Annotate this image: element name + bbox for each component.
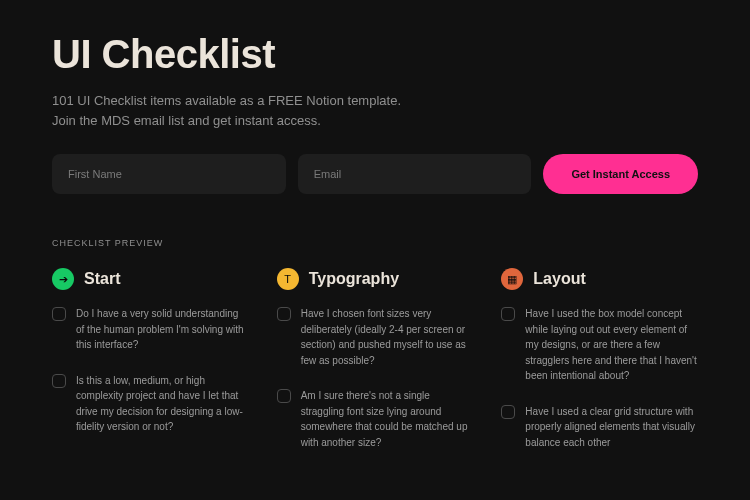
column-title: Start — [84, 270, 120, 288]
arrow-icon: ➔ — [52, 268, 74, 290]
layout-icon: ▦ — [501, 268, 523, 290]
list-item: Is this a low, medium, or high complexit… — [52, 373, 249, 435]
column-title: Typography — [309, 270, 399, 288]
checkbox[interactable] — [277, 389, 291, 403]
column-start: ➔ Start Do I have a very solid understan… — [52, 268, 249, 470]
list-item: Am I sure there's not a single stragglin… — [277, 388, 474, 450]
list-item: Do I have a very solid understanding of … — [52, 306, 249, 353]
list-item: Have I used a clear grid structure with … — [501, 404, 698, 451]
preview-label: CHECKLIST PREVIEW — [52, 238, 698, 248]
column-title: Layout — [533, 270, 585, 288]
page-subtitle: 101 UI Checklist items available as a FR… — [52, 91, 698, 130]
checkbox[interactable] — [501, 405, 515, 419]
item-text: Do I have a very solid understanding of … — [76, 306, 249, 353]
get-access-button[interactable]: Get Instant Access — [543, 154, 698, 194]
column-typography: T Typography Have I chosen font sizes ve… — [277, 268, 474, 470]
email-input[interactable] — [298, 154, 532, 194]
list-item: Have I used the box model concept while … — [501, 306, 698, 384]
item-text: Am I sure there's not a single stragglin… — [301, 388, 474, 450]
signup-form: Get Instant Access — [52, 154, 698, 194]
checkbox[interactable] — [501, 307, 515, 321]
checklist-columns: ➔ Start Do I have a very solid understan… — [52, 268, 698, 470]
item-text: Have I used a clear grid structure with … — [525, 404, 698, 451]
page-title: UI Checklist — [52, 32, 698, 77]
column-layout: ▦ Layout Have I used the box model conce… — [501, 268, 698, 470]
checkbox[interactable] — [277, 307, 291, 321]
first-name-input[interactable] — [52, 154, 286, 194]
item-text: Have I chosen font sizes very deliberate… — [301, 306, 474, 368]
list-item: Have I chosen font sizes very deliberate… — [277, 306, 474, 368]
checkbox[interactable] — [52, 307, 66, 321]
checkbox[interactable] — [52, 374, 66, 388]
item-text: Is this a low, medium, or high complexit… — [76, 373, 249, 435]
typography-icon: T — [277, 268, 299, 290]
item-text: Have I used the box model concept while … — [525, 306, 698, 384]
